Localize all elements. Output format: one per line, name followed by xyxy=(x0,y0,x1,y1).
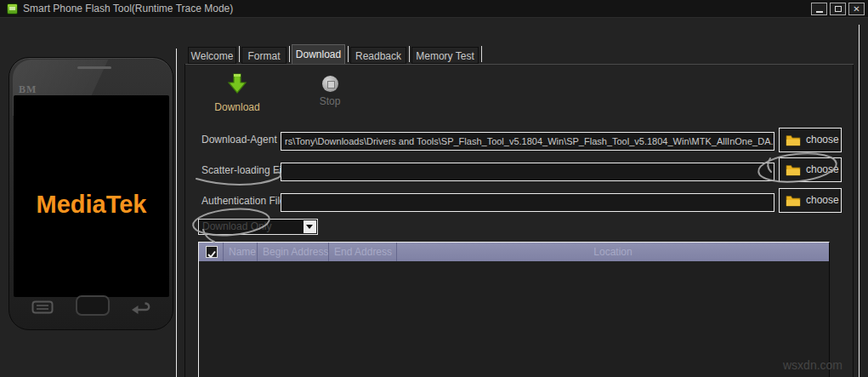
partition-table: Name Begin Address End Address Location xyxy=(198,242,830,377)
minimize-button[interactable] xyxy=(811,3,827,15)
auth-file-label: Authentication File xyxy=(201,195,286,207)
home-key-icon xyxy=(76,295,110,316)
phone-speaker xyxy=(77,66,111,69)
maximize-icon xyxy=(835,6,842,12)
choose-button-label: choose xyxy=(806,189,839,212)
header-checkbox-cell xyxy=(199,243,224,261)
menu-key-icon xyxy=(31,299,54,316)
stop-icon xyxy=(322,76,338,92)
tab-welcome[interactable]: Welcome xyxy=(188,47,236,64)
tab-format[interactable]: Format xyxy=(241,47,286,64)
close-button[interactable]: ✕ xyxy=(848,3,865,15)
stop-button-label: Stop xyxy=(300,95,360,107)
tab-panel-left-border xyxy=(184,64,185,377)
phone-preview: BM MediaTek xyxy=(9,57,173,330)
phone-corner-brand: BM xyxy=(19,83,37,96)
scatter-file-combo[interactable] xyxy=(281,163,774,181)
tab-separator xyxy=(409,46,410,62)
panel-splitter xyxy=(176,49,177,377)
watermark: wsxdn.com xyxy=(783,358,842,372)
auth-file-combo[interactable] xyxy=(281,193,774,212)
minimize-icon xyxy=(816,11,823,13)
tab-separator xyxy=(239,46,240,62)
checkmark-icon xyxy=(207,249,217,260)
app-window: Smart Phone Flash Tool(Runtime Trace Mod… xyxy=(0,0,868,377)
download-mode-dropdown-arrow[interactable] xyxy=(304,220,316,233)
maximize-button[interactable] xyxy=(830,3,846,15)
download-agent-label: Download-Agent xyxy=(201,134,277,146)
window-title: Smart Phone Flash Tool(Runtime Trace Mod… xyxy=(23,0,233,18)
header-begin-address: Begin Address xyxy=(258,243,329,261)
tab-download[interactable]: Download xyxy=(292,44,345,64)
tab-memory-test[interactable]: Memory Test xyxy=(411,47,479,64)
header-end-address: End Address xyxy=(329,243,397,261)
mediatek-logo: MediaTek xyxy=(14,191,169,219)
header-name: Name xyxy=(224,243,258,261)
window-controls: ✕ xyxy=(811,3,865,15)
choose-button-label: choose xyxy=(806,158,839,181)
partition-table-header: Name Begin Address End Address Location xyxy=(199,243,829,261)
download-agent-choose-button[interactable]: choose xyxy=(779,128,842,152)
tab-readback[interactable]: Readback xyxy=(350,47,406,64)
tab-separator xyxy=(481,46,482,62)
auth-choose-button[interactable]: choose xyxy=(779,188,842,213)
phone-screen: MediaTek xyxy=(14,95,169,297)
close-icon: ✕ xyxy=(853,4,859,14)
right-edge-line xyxy=(859,25,859,377)
app-icon xyxy=(7,3,18,14)
phone-keys xyxy=(9,295,173,321)
header-location: Location xyxy=(397,243,829,261)
scatter-file-label: Scatter-loading File xyxy=(201,164,289,176)
download-button[interactable]: Download xyxy=(207,72,267,113)
back-key-icon xyxy=(130,299,152,316)
download-arrow-icon xyxy=(226,72,248,94)
scatter-choose-button[interactable]: choose xyxy=(779,157,842,182)
download-agent-field[interactable]: rs\Tony\Downloads\Drivers and Tools\SP_F… xyxy=(281,132,774,151)
stop-button[interactable]: Stop xyxy=(300,72,360,107)
title-bar: Smart Phone Flash Tool(Runtime Trace Mod… xyxy=(0,0,868,18)
folder-icon xyxy=(786,134,801,146)
tab-separator xyxy=(289,46,290,62)
folder-icon xyxy=(786,195,801,207)
tab-panel-right-border xyxy=(853,64,854,377)
folder-icon xyxy=(786,164,801,176)
download-mode-value: Download Only xyxy=(202,220,271,232)
select-all-checkbox[interactable] xyxy=(206,246,218,258)
choose-button-label: choose xyxy=(806,129,839,151)
download-mode-select[interactable]: Download Only xyxy=(198,219,318,235)
tab-separator xyxy=(348,46,349,62)
download-button-label: Download xyxy=(207,101,267,113)
tabs-underline xyxy=(185,64,854,65)
